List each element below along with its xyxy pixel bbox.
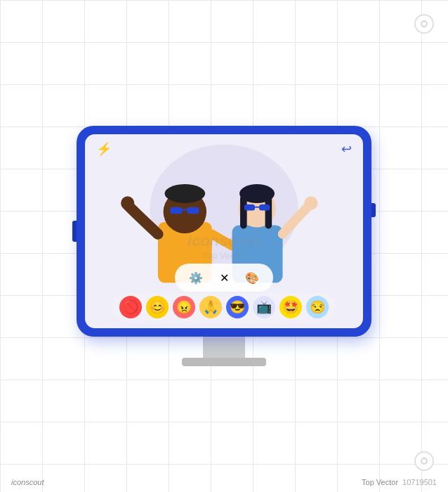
svg-rect-13 bbox=[240, 195, 247, 228]
svg-point-18 bbox=[304, 196, 317, 209]
watermark-left: iconscout bbox=[11, 478, 44, 486]
watermark-right: Top Vector 10719501 bbox=[362, 478, 437, 486]
screen-top-icons: ⚡ ↩ bbox=[85, 141, 363, 157]
effects-filter-button[interactable]: 🎨 bbox=[242, 268, 262, 287]
emoji-block[interactable]: 🚫 bbox=[119, 296, 142, 318]
monitor-stand-base bbox=[182, 358, 266, 366]
svg-rect-15 bbox=[244, 205, 255, 211]
filter-toolbar: ⚙️ ✕ 🎨 bbox=[175, 264, 273, 292]
svg-rect-14 bbox=[265, 195, 272, 228]
svg-rect-7 bbox=[187, 207, 199, 214]
emoji-cool[interactable]: 😎 bbox=[226, 296, 249, 318]
iconscout-logo-left: iconscout bbox=[11, 478, 44, 486]
emoji-star-eyes[interactable]: 🤩 bbox=[279, 296, 302, 318]
tablet-side-button-left bbox=[72, 221, 77, 242]
svg-point-5 bbox=[165, 184, 206, 203]
settings-filter-button[interactable]: ⚙️ bbox=[186, 268, 206, 287]
lightning-icon: ⚡ bbox=[96, 141, 112, 157]
item-id: 10719501 bbox=[402, 478, 437, 486]
svg-rect-16 bbox=[259, 205, 270, 211]
watermark-area: iconscout Top Vector 10719501 bbox=[0, 472, 448, 492]
top-vector-label: Top Vector bbox=[362, 478, 398, 486]
emoji-pray[interactable]: 🙏 bbox=[199, 296, 222, 318]
tablet-screen: ⚡ ↩ bbox=[85, 134, 363, 328]
tablet-side-button-right bbox=[371, 203, 376, 217]
emoji-smile[interactable]: 😊 bbox=[146, 296, 169, 318]
emoji-tv[interactable]: 📺 bbox=[253, 296, 275, 318]
tablet-frame: ⚡ ↩ bbox=[77, 126, 371, 337]
svg-rect-6 bbox=[170, 207, 182, 214]
monitor-stand-neck bbox=[203, 337, 245, 358]
close-filter-button[interactable]: ✕ bbox=[214, 268, 234, 287]
emoji-bar: 🚫 😊 😠 🙏 😎 📺 🤩 😒 bbox=[112, 293, 336, 321]
main-content: ⚡ ↩ bbox=[0, 0, 448, 492]
emoji-angry[interactable]: 😠 bbox=[173, 296, 195, 318]
monitor-container: ⚡ ↩ bbox=[77, 126, 371, 366]
rotate-icon: ↩ bbox=[341, 141, 352, 157]
svg-point-9 bbox=[121, 196, 134, 209]
emoji-meh[interactable]: 😒 bbox=[306, 296, 329, 318]
